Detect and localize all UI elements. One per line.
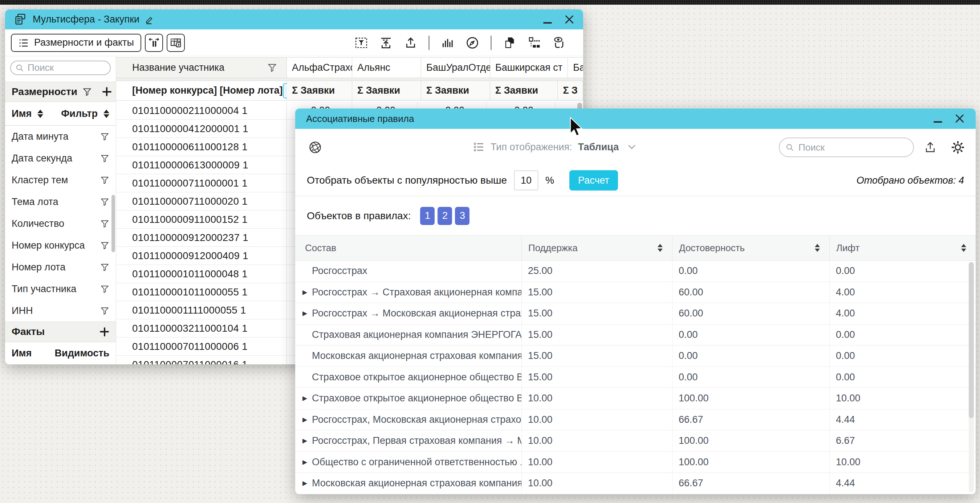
compass-icon[interactable] [465, 36, 480, 50]
column-header-cell[interactable]: БашУралОтдел [421, 57, 490, 78]
filter-icon[interactable] [100, 284, 109, 294]
rule-row[interactable]: ▶ Росгосстрах, Первая страховая компания… [295, 430, 976, 452]
filter-icon[interactable] [100, 241, 109, 250]
lift-header[interactable]: Лифт [829, 236, 976, 260]
dialog-search-input[interactable] [798, 141, 907, 154]
filter-icon[interactable] [100, 176, 109, 185]
sidebar-search-input[interactable] [27, 62, 106, 74]
expand-icon[interactable]: ▶ [302, 416, 312, 424]
dimension-item[interactable]: Кластер тем [5, 169, 116, 191]
add-fact-button[interactable] [100, 327, 109, 337]
expand-icon[interactable]: ▶ [302, 479, 312, 487]
filter-icon[interactable] [100, 219, 109, 228]
column-header-cell[interactable]: АльфаСтрахова [287, 57, 352, 78]
rule-row[interactable]: Росгосстрах 25.00 0.00 0.00 [295, 260, 976, 282]
edit-title-icon[interactable] [145, 14, 155, 25]
gear-icon[interactable] [950, 140, 966, 155]
rule-row[interactable]: ▶ Росгосстрах → Московская акционерная с… [295, 303, 976, 324]
import-icon[interactable] [379, 36, 393, 50]
resize-columns-button[interactable] [145, 34, 163, 52]
rule-row[interactable]: ▶ Общество с ограниченной ответственност… [295, 452, 976, 473]
desktop-top-strip [0, 0, 980, 5]
dimension-item[interactable]: Тема лота [5, 191, 116, 213]
rule-row[interactable]: ▶ Росгосстрах, Московская акционерная ст… [295, 409, 976, 431]
facts-visibility-label: Видимость [55, 347, 109, 359]
sort-confidence-icon[interactable] [815, 244, 820, 252]
dimension-item[interactable]: Количество [5, 213, 116, 235]
dimension-item[interactable]: Номер лота [5, 256, 116, 278]
dialog-scrollbar-thumb[interactable] [969, 262, 974, 418]
expand-icon[interactable]: ▶ [302, 459, 312, 466]
filter-icon[interactable] [100, 132, 109, 141]
rule-row[interactable]: Страховая акционерная компания ЭНЕРГОГАР… [295, 324, 976, 346]
dimension-label: Тема лота [12, 196, 59, 208]
rule-support: 15.00 [522, 303, 672, 324]
column-header-cell[interactable]: Альянс [352, 57, 421, 78]
selected-objects-info: Отобрано объектов: 4 [856, 175, 964, 186]
display-type-select[interactable]: Тип отображения: Таблица [473, 129, 636, 165]
export-icon[interactable] [404, 36, 418, 50]
dimension-item[interactable]: Дата секунда [5, 148, 116, 169]
expand-icon[interactable]: ▶ [302, 309, 312, 317]
filter-icon[interactable] [100, 197, 109, 206]
minimize-button[interactable] [543, 22, 552, 24]
rule-row[interactable]: Московская акционерная страховая компани… [295, 346, 976, 367]
filter-icon[interactable] [100, 306, 109, 316]
filter-icon[interactable] [100, 263, 109, 272]
add-dimension-button[interactable] [102, 87, 112, 97]
dialog-scrollbar[interactable] [969, 262, 974, 492]
watch-eye-icon[interactable] [552, 36, 566, 50]
dimensions-facts-button[interactable]: Размерности и факты [11, 34, 141, 52]
dialog-close-button[interactable] [955, 114, 965, 124]
rule-size-button[interactable]: 1 [420, 207, 434, 225]
dimension-item[interactable]: ИНН [5, 300, 116, 322]
filter-icon[interactable] [83, 87, 92, 97]
copy-documents-icon[interactable] [503, 36, 516, 50]
expand-icon[interactable]: ▶ [302, 395, 312, 402]
export-icon[interactable] [923, 140, 937, 154]
row-id-cell: 0101100000912000237 1 [116, 228, 287, 246]
row-id-cell: 0101100007011000006 1 [116, 338, 287, 355]
column-header-cell[interactable]: Башкирская ст [490, 57, 568, 78]
sort-filter-icon[interactable] [103, 109, 109, 118]
rule-row[interactable]: Страховое открытое акционерное общество … [295, 367, 976, 388]
rule-composition: Росгосстрах, Московская акционерная стра… [312, 414, 522, 425]
sort-support-icon[interactable] [657, 244, 663, 252]
rule-composition: Росгосстрах → Московская акционерная стр… [312, 308, 522, 319]
sidebar-scrollbar[interactable] [111, 195, 115, 252]
calculate-button[interactable]: Расчет [570, 170, 618, 190]
filter-icon[interactable] [267, 63, 277, 73]
rule-confidence: 0.00 [672, 324, 829, 346]
dimension-item[interactable]: Дата минута [5, 125, 116, 148]
dimension-item[interactable]: Номер конкурса [5, 235, 116, 256]
expand-icon[interactable]: ▶ [302, 437, 312, 444]
sort-name-icon[interactable] [37, 109, 43, 118]
sidebar-search[interactable] [10, 60, 111, 75]
close-button[interactable] [564, 14, 574, 25]
column-header-label: Башкирская ст [495, 62, 562, 73]
rule-row[interactable]: ▶ Московская акционерная страховая компа… [295, 473, 976, 494]
structure-tree-icon[interactable] [527, 36, 541, 50]
expand-icon[interactable]: ▶ [302, 289, 312, 296]
popularity-input[interactable] [514, 171, 538, 190]
dialog-minimize-button[interactable] [934, 121, 942, 123]
rule-support: 10.00 [522, 409, 672, 430]
layout-table-button[interactable] [167, 34, 185, 52]
rule-size-button[interactable]: 2 [438, 207, 452, 225]
dialog-search[interactable] [779, 138, 914, 157]
confidence-header[interactable]: Достоверность [672, 236, 829, 260]
filter-selection-icon[interactable] [355, 36, 368, 50]
support-header[interactable]: Поддержка [522, 236, 672, 260]
rule-row[interactable]: ▶ Росгосстрах → Страховая акционерная ко… [295, 282, 976, 303]
rule-size-button[interactable]: 3 [455, 207, 469, 225]
name-column-label: Имя [12, 108, 32, 119]
percent-label: % [546, 175, 554, 186]
rule-row[interactable]: ▶ Страховое открытое акционерное обществ… [295, 388, 976, 409]
column-header-cell[interactable]: Баш [568, 57, 583, 78]
display-type-label: Тип отображения: [490, 141, 572, 153]
toolbar-separator [490, 36, 492, 50]
filter-icon[interactable] [100, 154, 109, 163]
sort-lift-icon[interactable] [961, 244, 966, 252]
bar-chart-icon[interactable] [441, 36, 454, 50]
dimension-item[interactable]: Тип участника [5, 278, 116, 300]
